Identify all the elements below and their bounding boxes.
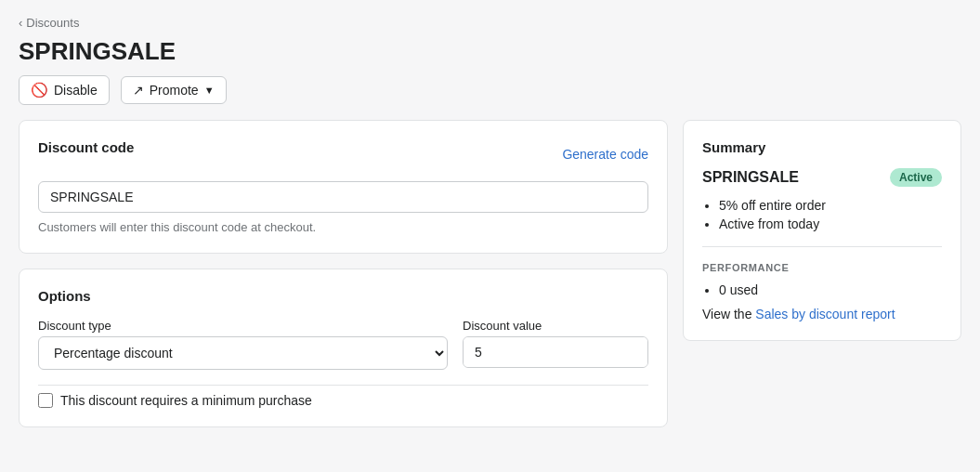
promote-button[interactable]: ↗ Promote ▼ xyxy=(121,76,227,104)
summary-header: SPRINGSALE Active xyxy=(702,168,942,187)
disable-button[interactable]: 🚫 Disable xyxy=(19,75,110,105)
summary-details-list: 5% off entire order Active from today xyxy=(702,198,942,231)
discount-value-label: Discount value xyxy=(463,319,648,333)
minimum-purchase-label[interactable]: This discount requires a minimum purchas… xyxy=(60,393,312,408)
disable-label: Disable xyxy=(54,83,98,98)
discount-code-card: Discount code Generate code Customers wi… xyxy=(19,120,668,254)
active-badge: Active xyxy=(890,168,942,187)
action-bar: 🚫 Disable ↗ Promote ▼ xyxy=(19,75,961,105)
discount-code-helper: Customers will enter this discount code … xyxy=(38,220,648,234)
discount-type-select[interactable]: Percentage discount Fixed amount discoun… xyxy=(38,336,448,370)
back-link[interactable]: ‹ Discounts xyxy=(19,16,79,30)
summary-detail-item-1: 5% off entire order xyxy=(719,198,942,213)
options-title: Options xyxy=(38,288,648,304)
discount-code-input[interactable] xyxy=(38,181,648,213)
discount-code-title: Discount code xyxy=(38,139,134,155)
options-form-row: Discount type Percentage discount Fixed … xyxy=(38,319,648,370)
performance-section: PERFORMANCE 0 used View the Sales by dis… xyxy=(702,262,942,321)
back-chevron-icon: ‹ xyxy=(19,16,22,30)
summary-code: SPRINGSALE xyxy=(702,169,799,186)
minimum-purchase-checkbox[interactable] xyxy=(38,393,53,408)
summary-detail-item-2: Active from today xyxy=(719,216,942,231)
discount-code-card-header: Discount code Generate code xyxy=(38,139,648,168)
options-card: Options Discount type Percentage discoun… xyxy=(19,269,668,427)
performance-title: PERFORMANCE xyxy=(702,262,942,273)
main-layout: Discount code Generate code Customers wi… xyxy=(19,120,961,427)
discount-value-input-wrapper: % xyxy=(463,336,648,368)
discount-type-group: Discount type Percentage discount Fixed … xyxy=(38,319,448,370)
disable-icon: 🚫 xyxy=(31,82,48,98)
report-prefix: View the xyxy=(702,307,755,321)
promote-chevron-icon: ▼ xyxy=(204,85,215,96)
left-column: Discount code Generate code Customers wi… xyxy=(19,120,668,427)
performance-list: 0 used xyxy=(702,282,942,297)
summary-divider xyxy=(702,246,942,247)
promote-icon: ↗ xyxy=(133,83,144,98)
performance-report-text: View the Sales by discount report xyxy=(702,307,942,321)
performance-used-count: 0 used xyxy=(719,282,942,297)
summary-title: Summary xyxy=(702,139,942,155)
discount-value-input[interactable] xyxy=(464,337,648,367)
page-title: SPRINGSALE xyxy=(19,37,961,66)
discount-type-label: Discount type xyxy=(38,319,448,333)
right-column: Summary SPRINGSALE Active 5% off entire … xyxy=(683,120,961,341)
minimum-purchase-row: This discount requires a minimum purchas… xyxy=(38,385,648,408)
promote-label: Promote xyxy=(150,83,199,98)
back-link-label: Discounts xyxy=(26,16,79,30)
sales-by-discount-report-link[interactable]: Sales by discount report xyxy=(755,307,895,321)
summary-performance-card: Summary SPRINGSALE Active 5% off entire … xyxy=(683,120,961,341)
summary-section: Summary SPRINGSALE Active 5% off entire … xyxy=(702,139,942,231)
discount-value-group: Discount value % xyxy=(463,319,648,370)
generate-code-link[interactable]: Generate code xyxy=(562,147,648,162)
